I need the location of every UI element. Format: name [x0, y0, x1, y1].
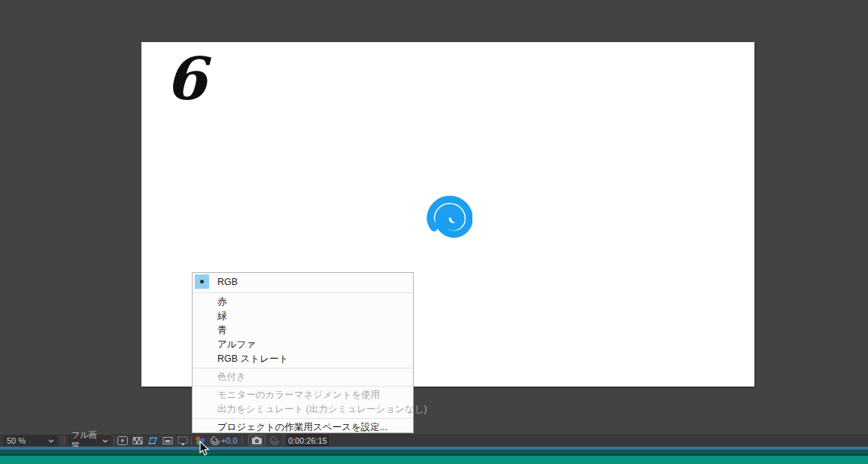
menu-item-label: 色付き: [217, 372, 246, 382]
mask-path-visibility-icon: [147, 435, 159, 446]
mask-path-visibility-button[interactable]: [147, 435, 159, 446]
toolbar-divider: [283, 436, 284, 445]
resolution-dropdown[interactable]: フル画質: [68, 435, 111, 446]
show-snapshot-button[interactable]: [269, 435, 281, 446]
grid-guide-options-button[interactable]: [177, 435, 189, 446]
menu-item-simulate-output: 出力をシミュレート (出力シミュレーションなし): [193, 402, 413, 417]
menu-separator: [193, 386, 413, 387]
frame-number-text: 6: [165, 50, 206, 108]
menu-item-monitor-color-management: モニターのカラーマネジメントを使用: [193, 388, 413, 402]
menu-separator: [193, 418, 413, 419]
menu-separator: [193, 368, 413, 368]
transparency-grid-button[interactable]: [132, 435, 144, 446]
chevron-down-icon: [48, 439, 54, 443]
menu-item-blue[interactable]: 青: [193, 323, 413, 338]
mouse-cursor: [199, 441, 211, 456]
menu-item-label: 赤: [217, 296, 227, 307]
region-of-interest-button[interactable]: [162, 435, 174, 446]
menu-item-label: 青: [217, 325, 227, 335]
timeline-strip-teal: [0, 456, 868, 464]
fast-previews-icon: [117, 435, 129, 446]
spiral-logo: [424, 192, 472, 240]
show-channel-menu: RGB 赤 緑 青 アルファ RGB ストレート 色付き モニターのカラーマネジ…: [192, 272, 414, 433]
adjust-exposure-value[interactable]: +0.0: [221, 435, 238, 446]
menu-item-label: RGB ストレート: [217, 353, 288, 364]
reset-exposure-icon: [210, 435, 220, 446]
camera-icon: [251, 436, 263, 445]
menu-item-label: プロジェクトの作業用スペースを設定...: [217, 422, 387, 432]
menu-item-red[interactable]: 赤: [193, 295, 413, 309]
menu-item-rgb-straight[interactable]: RGB ストレート: [193, 352, 413, 366]
menu-item-label: モニターのカラーマネジメントを使用: [217, 390, 380, 400]
transparency-grid-icon: [132, 435, 144, 446]
menu-separator: [193, 293, 413, 293]
menu-item-set-project-working-space[interactable]: プロジェクトの作業用スペースを設定...: [193, 420, 413, 435]
magnification-dropdown[interactable]: 50 %: [3, 435, 58, 446]
reset-exposure-button[interactable]: [209, 435, 221, 446]
menu-item-label: アルファ: [217, 339, 256, 350]
magnification-value: 50 %: [7, 436, 26, 445]
timecode-display[interactable]: 0:00:26:15: [287, 435, 329, 446]
take-snapshot-button[interactable]: [248, 435, 266, 446]
menu-item-green[interactable]: 緑: [193, 309, 413, 323]
region-of-interest-icon: [162, 435, 174, 446]
toolbar-divider: [62, 436, 62, 445]
composition-viewer: 6 RGB 赤 緑 青 アルファ RGB ストレート 色付き モニターのカラーマ…: [0, 0, 868, 464]
grid-guide-options-icon: [177, 435, 189, 446]
viewer-toolbar: 50 % フル画質: [0, 433, 868, 447]
toolbar-divider: [241, 436, 242, 445]
menu-item-label: 緑: [217, 311, 227, 321]
menu-item-alpha[interactable]: アルファ: [193, 338, 413, 352]
toolbar-divider: [114, 436, 114, 445]
toolbar-divider: [64, 436, 65, 445]
menu-item-label: 出力をシミュレート (出力シミュレーションなし): [217, 404, 427, 414]
show-snapshot-icon: [269, 435, 280, 446]
toolbar-divider: [191, 436, 192, 445]
menu-item-label: RGB: [217, 277, 238, 287]
chevron-down-icon: [102, 439, 108, 443]
fast-previews-button[interactable]: [117, 435, 129, 446]
selected-check-icon: [195, 274, 209, 289]
menu-item-colorize: 色付き: [193, 370, 413, 384]
menu-item-rgb[interactable]: RGB: [193, 273, 413, 291]
